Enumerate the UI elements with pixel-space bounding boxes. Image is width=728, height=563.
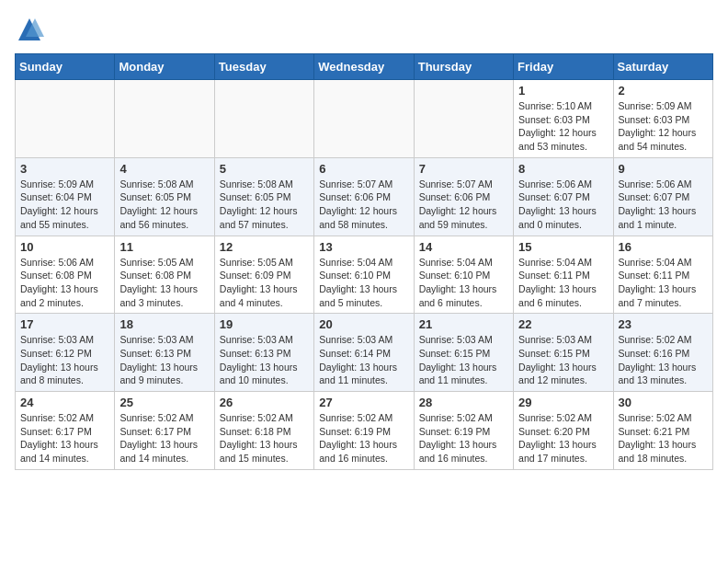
calendar-day-cell [414,80,513,158]
day-header: Monday [115,54,214,80]
calendar-day-cell: 20Sunrise: 5:03 AM Sunset: 6:14 PM Dayli… [314,314,414,392]
day-info: Sunrise: 5:02 AM Sunset: 6:19 PM Dayligh… [419,411,508,465]
logo [15,15,48,44]
calendar-day-cell [115,80,214,158]
day-number: 1 [518,84,608,98]
day-info: Sunrise: 5:05 AM Sunset: 6:09 PM Dayligh… [220,256,309,310]
day-header: Friday [514,54,613,80]
calendar-day-cell: 28Sunrise: 5:02 AM Sunset: 6:19 PM Dayli… [414,392,513,470]
calendar-day-cell: 17Sunrise: 5:03 AM Sunset: 6:12 PM Dayli… [16,314,115,392]
day-number: 14 [419,240,508,254]
day-number: 22 [518,317,608,331]
day-number: 3 [20,162,109,176]
calendar-day-cell: 1Sunrise: 5:10 AM Sunset: 6:03 PM Daylig… [514,80,613,158]
calendar-day-cell: 25Sunrise: 5:02 AM Sunset: 6:17 PM Dayli… [115,392,214,470]
day-info: Sunrise: 5:04 AM Sunset: 6:10 PM Dayligh… [319,256,408,310]
day-info: Sunrise: 5:06 AM Sunset: 6:07 PM Dayligh… [518,178,608,232]
day-header: Wednesday [314,54,414,80]
day-number: 19 [220,317,309,331]
calendar-day-cell: 30Sunrise: 5:02 AM Sunset: 6:21 PM Dayli… [613,392,712,470]
day-header: Tuesday [214,54,313,80]
day-number: 4 [119,162,209,176]
day-header: Saturday [613,54,712,80]
day-info: Sunrise: 5:07 AM Sunset: 6:06 PM Dayligh… [419,178,508,232]
day-number: 16 [619,240,708,254]
calendar-day-cell: 9Sunrise: 5:06 AM Sunset: 6:07 PM Daylig… [613,157,712,236]
calendar-day-cell: 4Sunrise: 5:08 AM Sunset: 6:05 PM Daylig… [115,157,214,236]
calendar-day-cell: 5Sunrise: 5:08 AM Sunset: 6:05 PM Daylig… [214,157,313,236]
day-info: Sunrise: 5:02 AM Sunset: 6:16 PM Dayligh… [619,333,708,387]
calendar-day-cell [314,80,414,158]
calendar-day-cell: 15Sunrise: 5:04 AM Sunset: 6:11 PM Dayli… [514,236,613,314]
calendar-day-cell: 18Sunrise: 5:03 AM Sunset: 6:13 PM Dayli… [115,314,214,392]
calendar-day-cell [16,80,115,158]
calendar-day-cell: 10Sunrise: 5:06 AM Sunset: 6:08 PM Dayli… [16,236,115,314]
day-info: Sunrise: 5:09 AM Sunset: 6:04 PM Dayligh… [20,178,109,232]
day-info: Sunrise: 5:03 AM Sunset: 6:13 PM Dayligh… [119,333,209,387]
calendar-day-cell: 23Sunrise: 5:02 AM Sunset: 6:16 PM Dayli… [613,314,712,392]
day-info: Sunrise: 5:03 AM Sunset: 6:13 PM Dayligh… [220,333,309,387]
day-number: 15 [518,240,608,254]
day-info: Sunrise: 5:06 AM Sunset: 6:07 PM Dayligh… [619,178,708,232]
calendar-week-row: 3Sunrise: 5:09 AM Sunset: 6:04 PM Daylig… [16,157,713,236]
day-info: Sunrise: 5:10 AM Sunset: 6:03 PM Dayligh… [518,99,608,154]
day-info: Sunrise: 5:07 AM Sunset: 6:06 PM Dayligh… [319,178,408,232]
day-number: 23 [619,317,708,331]
day-info: Sunrise: 5:02 AM Sunset: 6:21 PM Dayligh… [619,411,708,465]
day-info: Sunrise: 5:04 AM Sunset: 6:11 PM Dayligh… [619,256,708,310]
day-info: Sunrise: 5:09 AM Sunset: 6:03 PM Dayligh… [619,99,708,154]
day-info: Sunrise: 5:08 AM Sunset: 6:05 PM Dayligh… [220,178,309,232]
day-info: Sunrise: 5:04 AM Sunset: 6:11 PM Dayligh… [518,256,608,310]
day-info: Sunrise: 5:03 AM Sunset: 6:15 PM Dayligh… [419,333,508,387]
page-header [15,15,713,44]
day-number: 6 [319,162,408,176]
calendar-day-cell: 11Sunrise: 5:05 AM Sunset: 6:08 PM Dayli… [115,236,214,314]
day-info: Sunrise: 5:02 AM Sunset: 6:17 PM Dayligh… [119,411,209,465]
day-number: 27 [319,396,408,409]
day-number: 10 [20,240,109,254]
day-number: 29 [518,396,608,409]
day-number: 18 [119,317,209,331]
calendar-day-cell: 16Sunrise: 5:04 AM Sunset: 6:11 PM Dayli… [613,236,712,314]
calendar: SundayMondayTuesdayWednesdayThursdayFrid… [15,53,713,470]
day-number: 30 [619,396,708,409]
day-number: 28 [419,396,508,409]
day-info: Sunrise: 5:02 AM Sunset: 6:17 PM Dayligh… [20,411,109,465]
day-number: 9 [619,162,708,176]
day-number: 12 [220,240,309,254]
day-number: 5 [220,162,309,176]
day-number: 24 [20,396,109,409]
day-number: 7 [419,162,508,176]
calendar-day-cell: 12Sunrise: 5:05 AM Sunset: 6:09 PM Dayli… [214,236,313,314]
day-info: Sunrise: 5:02 AM Sunset: 6:19 PM Dayligh… [319,411,408,465]
day-info: Sunrise: 5:03 AM Sunset: 6:14 PM Dayligh… [319,333,408,387]
calendar-day-cell: 14Sunrise: 5:04 AM Sunset: 6:10 PM Dayli… [414,236,513,314]
day-number: 2 [619,84,708,98]
calendar-day-cell: 21Sunrise: 5:03 AM Sunset: 6:15 PM Dayli… [414,314,513,392]
calendar-day-cell: 3Sunrise: 5:09 AM Sunset: 6:04 PM Daylig… [16,157,115,236]
day-info: Sunrise: 5:05 AM Sunset: 6:08 PM Dayligh… [119,256,209,310]
day-info: Sunrise: 5:03 AM Sunset: 6:12 PM Dayligh… [20,333,109,387]
day-number: 11 [119,240,209,254]
day-info: Sunrise: 5:02 AM Sunset: 6:20 PM Dayligh… [518,411,608,465]
calendar-week-row: 10Sunrise: 5:06 AM Sunset: 6:08 PM Dayli… [16,236,713,314]
calendar-week-row: 17Sunrise: 5:03 AM Sunset: 6:12 PM Dayli… [16,314,713,392]
calendar-day-cell: 24Sunrise: 5:02 AM Sunset: 6:17 PM Dayli… [16,392,115,470]
day-number: 21 [419,317,508,331]
calendar-day-cell: 27Sunrise: 5:02 AM Sunset: 6:19 PM Dayli… [314,392,414,470]
day-number: 26 [220,396,309,409]
calendar-header-row: SundayMondayTuesdayWednesdayThursdayFrid… [16,54,713,80]
day-info: Sunrise: 5:03 AM Sunset: 6:15 PM Dayligh… [518,333,608,387]
calendar-day-cell: 26Sunrise: 5:02 AM Sunset: 6:18 PM Dayli… [214,392,313,470]
day-header: Thursday [414,54,513,80]
day-info: Sunrise: 5:02 AM Sunset: 6:18 PM Dayligh… [220,411,309,465]
calendar-day-cell: 8Sunrise: 5:06 AM Sunset: 6:07 PM Daylig… [514,157,613,236]
calendar-day-cell: 13Sunrise: 5:04 AM Sunset: 6:10 PM Dayli… [314,236,414,314]
logo-icon [15,15,44,44]
calendar-day-cell: 7Sunrise: 5:07 AM Sunset: 6:06 PM Daylig… [414,157,513,236]
day-info: Sunrise: 5:08 AM Sunset: 6:05 PM Dayligh… [119,178,209,232]
day-number: 25 [119,396,209,409]
day-number: 8 [518,162,608,176]
calendar-day-cell: 29Sunrise: 5:02 AM Sunset: 6:20 PM Dayli… [514,392,613,470]
day-number: 20 [319,317,408,331]
